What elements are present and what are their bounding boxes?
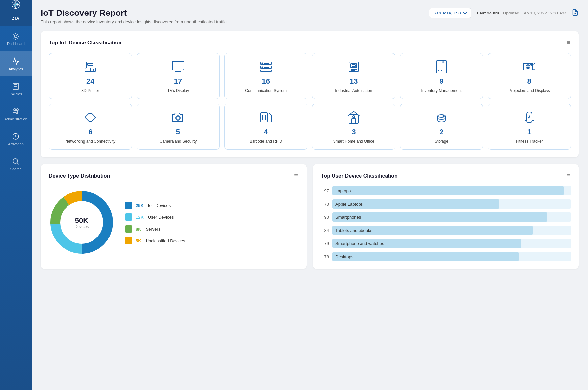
distribution-menu-icon[interactable]: ≡ bbox=[294, 172, 299, 180]
iot-card-title: Top IoT Device Classification bbox=[49, 40, 121, 46]
sidebar-item-search[interactable]: Search bbox=[0, 152, 32, 177]
legend-label-iot: IoT Devices bbox=[148, 203, 171, 208]
location-label: San Jose, +50 bbox=[433, 11, 461, 15]
network-icon bbox=[82, 109, 98, 125]
legend-label-unclassified: Unclassified Devices bbox=[146, 238, 185, 243]
iot-classification-card: Top IoT Device Classification ≡ 24 3D Pr… bbox=[41, 31, 579, 157]
device-label: Camera and Secuirty bbox=[160, 139, 197, 144]
device-count: 17 bbox=[174, 77, 182, 86]
smarthome-icon bbox=[346, 109, 361, 125]
card-menu-icon[interactable]: ≡ bbox=[566, 39, 571, 46]
comm-icon bbox=[258, 59, 274, 74]
chevron-down-icon bbox=[463, 11, 467, 15]
svg-point-41 bbox=[177, 117, 179, 119]
device-label: Storage bbox=[435, 139, 448, 144]
device-card-tvdisplay[interactable]: 17 TV's Display bbox=[137, 53, 220, 99]
legend-item-user: 12K User Devices bbox=[125, 213, 185, 221]
time-info: Last 24 hrs | Updated: Feb 13, 2022 12:3… bbox=[477, 11, 566, 15]
device-count: 9 bbox=[440, 77, 443, 86]
donut-chart: 50K Devices bbox=[49, 189, 115, 257]
svg-rect-26 bbox=[352, 65, 355, 67]
device-count: 16 bbox=[262, 77, 270, 86]
bar-track: Laptops bbox=[332, 186, 571, 195]
sidebar-item-administration[interactable]: Administration bbox=[0, 101, 32, 126]
device-card-fitness[interactable]: 1 Fitness Tracker bbox=[488, 104, 571, 150]
sidebar-item-dashboard[interactable]: Dashboard bbox=[0, 26, 32, 51]
donut-container: 50K Devices 25K IoT Devices 12K User Dev… bbox=[49, 186, 299, 260]
bar-label: Smartphone and watches bbox=[335, 241, 384, 246]
device-count: 8 bbox=[527, 77, 531, 86]
device-card-industrial[interactable]: 13 Industrial Automation bbox=[312, 53, 395, 99]
svg-rect-48 bbox=[352, 119, 356, 123]
sidebar-item-analytics[interactable]: Analytics bbox=[0, 51, 32, 76]
device-card-projector[interactable]: 8 Projectors and Displays bbox=[488, 53, 571, 99]
device-card-smarthome[interactable]: 3 Smart Home and Office bbox=[312, 104, 395, 150]
export-button[interactable] bbox=[572, 9, 579, 17]
legend-item-unclassified: 5K Unclassified Devices bbox=[125, 237, 185, 244]
bar-count: 84 bbox=[321, 228, 329, 233]
device-label: 3D Printer bbox=[81, 88, 99, 94]
printer-icon bbox=[82, 59, 98, 74]
bar-count: 78 bbox=[321, 254, 329, 259]
device-label: Fitness Tracker bbox=[516, 139, 543, 144]
device-card-storage[interactable]: 2 Storage bbox=[400, 104, 483, 150]
inventory-icon bbox=[434, 59, 449, 74]
svg-line-46 bbox=[270, 117, 270, 117]
page-subtitle: This report shows the device inventory a… bbox=[41, 19, 226, 24]
device-card-comm[interactable]: 16 Communication System bbox=[224, 53, 307, 99]
bar-fill: Apple Laptops bbox=[332, 199, 499, 209]
svg-point-34 bbox=[527, 66, 529, 68]
svg-rect-10 bbox=[88, 63, 93, 65]
device-grid: 24 3D Printer 17 TV's Display bbox=[49, 53, 571, 150]
user-card-header: Top User Device Classification ≡ bbox=[321, 172, 571, 180]
sidebar-item-activation-label: Activation bbox=[8, 142, 24, 146]
bar-label: Laptops bbox=[335, 188, 351, 193]
device-label: Networking and Connectivity bbox=[65, 139, 115, 144]
location-selector[interactable]: San Jose, +50 bbox=[429, 8, 471, 18]
sidebar-item-analytics-label: Analytics bbox=[9, 67, 23, 71]
device-card-inventory[interactable]: 9 Inventory Management bbox=[400, 53, 483, 99]
device-count: 24 bbox=[86, 77, 94, 86]
barcode-icon bbox=[258, 109, 274, 125]
device-count: 3 bbox=[352, 128, 356, 136]
bar-fill: Smartphones bbox=[332, 212, 547, 222]
bar-row: 79Smartphone and watches bbox=[321, 239, 571, 248]
svg-point-2 bbox=[14, 35, 17, 38]
bar-track: Tablets and ebooks bbox=[332, 226, 571, 235]
sidebar: ZIA Dashboard Analytics Policies Adminis… bbox=[0, 0, 32, 390]
device-label: Smart Home and Office bbox=[333, 139, 374, 144]
svg-point-7 bbox=[13, 159, 18, 163]
device-count: 1 bbox=[527, 128, 531, 136]
bar-track: Desktops bbox=[332, 252, 571, 261]
card-header: Top IoT Device Classification ≡ bbox=[49, 39, 571, 46]
sidebar-item-policies[interactable]: Policies bbox=[0, 76, 32, 101]
bar-row: 90Smartphones bbox=[321, 212, 571, 222]
header-right: San Jose, +50 Last 24 hrs | Updated: Feb… bbox=[429, 8, 579, 18]
bar-count: 90 bbox=[321, 215, 329, 220]
bar-list: 97Laptops70Apple Laptops90Smartphones84T… bbox=[321, 186, 571, 261]
device-label: TV's Display bbox=[167, 88, 189, 94]
device-card-3dprinter[interactable]: 24 3D Printer bbox=[49, 53, 132, 99]
bar-row: 97Laptops bbox=[321, 186, 571, 195]
bar-count: 97 bbox=[321, 188, 329, 193]
sidebar-item-activation[interactable]: Activation bbox=[0, 126, 32, 152]
user-classification-card: Top User Device Classification ≡ 97Lapto… bbox=[313, 164, 579, 269]
bar-fill: Laptops bbox=[332, 186, 564, 195]
svg-point-19 bbox=[262, 67, 263, 68]
legend-label-servers: Servers bbox=[146, 227, 161, 232]
device-card-camera[interactable]: 5 Camera and Secuirty bbox=[137, 104, 220, 150]
bar-row: 78Desktops bbox=[321, 252, 571, 261]
sidebar-item-policies-label: Policies bbox=[10, 92, 22, 96]
svg-point-5 bbox=[16, 109, 18, 111]
device-card-barcode[interactable]: 4 Barcode and RFID bbox=[224, 104, 307, 150]
device-label: Barcode and RFID bbox=[250, 139, 282, 144]
svg-rect-31 bbox=[438, 70, 441, 71]
user-card-menu-icon[interactable]: ≡ bbox=[566, 172, 571, 180]
device-count: 13 bbox=[350, 77, 358, 86]
device-card-network[interactable]: 6 Networking and Connectivity bbox=[49, 104, 132, 150]
legend-item-servers: 8K Servers bbox=[125, 225, 185, 233]
fitness-icon bbox=[521, 109, 537, 125]
main-content: IoT Discovery Report This report shows t… bbox=[32, 0, 588, 390]
bar-track: Apple Laptops bbox=[332, 199, 571, 209]
page-title-section: IoT Discovery Report This report shows t… bbox=[41, 8, 226, 24]
